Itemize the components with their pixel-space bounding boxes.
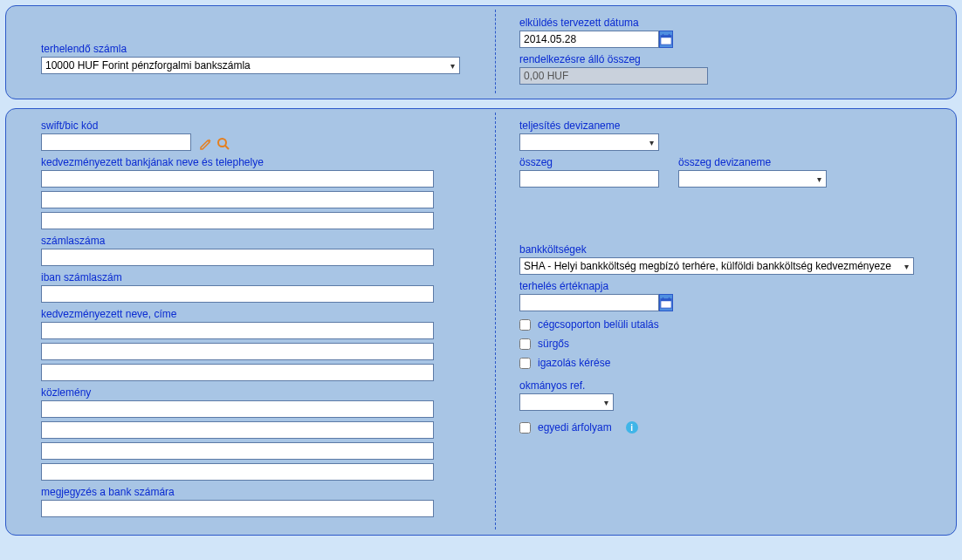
available-label: rendelkezésre álló összeg [519, 53, 921, 65]
divider [495, 113, 496, 529]
custom-rate-checkbox[interactable] [519, 422, 531, 434]
confirmation-label: igazolás kérése [538, 357, 610, 369]
details-panel: swift/bic kód kedvezményezett bankjának … [5, 108, 957, 536]
exec-ccy-label: teljesítés devizaneme [519, 120, 921, 132]
value-date-label: terhelés értéknapja [519, 280, 921, 292]
iban-label: iban számlaszám [41, 271, 469, 283]
charges-select[interactable] [519, 257, 914, 275]
intragroup-label: cégcsoporton belüli utalás [538, 318, 659, 331]
remittance-input[interactable] [41, 442, 434, 460]
beneficiary-input[interactable] [41, 322, 434, 339]
available-value: 0,00 HUF [519, 67, 708, 85]
bank-name-input[interactable] [41, 170, 434, 188]
beneficiary-input[interactable] [41, 364, 434, 381]
remittance-input[interactable] [41, 421, 434, 439]
remittance-label: közlemény [41, 386, 469, 399]
calendar-icon[interactable] [659, 294, 673, 311]
remittance-input[interactable] [41, 400, 434, 418]
confirmation-checkbox[interactable] [519, 358, 531, 369]
account-label: terhelendő számla [41, 43, 469, 55]
custom-rate-label: egyedi árfolyam [538, 421, 612, 434]
swift-input[interactable] [41, 133, 191, 151]
account-no-label: számlaszáma [41, 235, 469, 247]
urgent-checkbox[interactable] [519, 338, 531, 350]
edit-icon[interactable] [199, 137, 213, 151]
bank-name-input[interactable] [41, 191, 434, 208]
urgent-label: sürgős [538, 338, 569, 350]
account-select[interactable] [41, 57, 460, 74]
charges-label: bankköltségek [519, 243, 921, 256]
beneficiary-label: kedvezményezett neve, címe [41, 308, 469, 320]
beneficiary-input[interactable] [41, 343, 434, 360]
remittance-input[interactable] [41, 463, 434, 481]
calendar-icon[interactable] [659, 31, 673, 48]
planned-date-input[interactable] [519, 31, 659, 48]
doc-ref-label: okmányos ref. [519, 379, 921, 392]
doc-ref-select[interactable] [519, 393, 614, 411]
svg-point-4 [218, 139, 226, 147]
svg-rect-7 [661, 299, 671, 302]
exec-ccy-select[interactable] [519, 133, 659, 151]
bank-name-input[interactable] [41, 212, 434, 229]
divider [495, 10, 496, 93]
header-panel: terhelendő számla ▾ elküldés tervezett d… [5, 5, 957, 99]
bank-note-label: megjegyzés a bank számára [41, 486, 469, 498]
bank-note-input[interactable] [41, 500, 434, 517]
swift-label: swift/bic kód [41, 120, 469, 132]
search-icon[interactable] [216, 137, 230, 151]
planned-date-label: elküldés tervezett dátuma [519, 17, 921, 29]
amount-label: összeg [519, 156, 659, 168]
account-no-input[interactable] [41, 249, 434, 266]
iban-input[interactable] [41, 285, 434, 303]
svg-rect-1 [661, 36, 671, 38]
amount-input[interactable] [519, 170, 659, 188]
bank-name-label: kedvezményezett bankjának neve és teleph… [41, 156, 469, 168]
amount-ccy-select[interactable] [678, 170, 827, 188]
svg-line-5 [225, 146, 229, 149]
value-date-input[interactable] [519, 294, 659, 311]
info-icon[interactable]: i [626, 421, 638, 434]
amount-ccy-label: összeg devizaneme [678, 156, 827, 168]
intragroup-checkbox[interactable] [519, 319, 531, 331]
